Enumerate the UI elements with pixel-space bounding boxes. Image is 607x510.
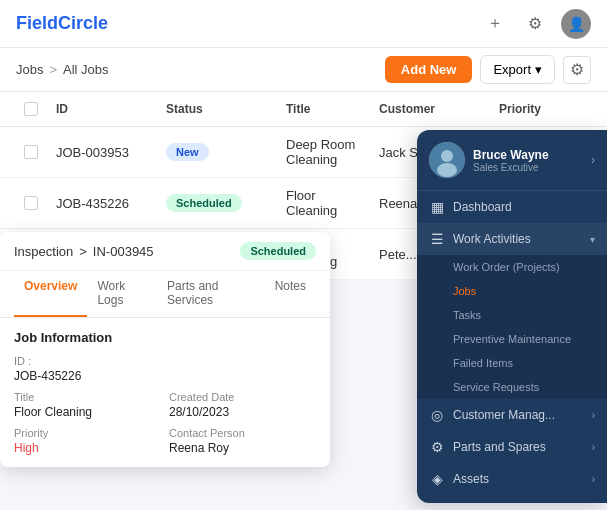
row-status: Scheduled [158,184,278,222]
row-title: Floor Cleaning [278,178,371,228]
nav-work-activities[interactable]: ☰ Work Activities ▾ [417,223,607,255]
job-id-field: ID : JOB-435226 [14,355,316,383]
customer-chevron-icon: › [592,410,595,421]
customer-icon: ◎ [429,407,445,423]
job-title-field: Title Floor Cleaning [14,391,161,419]
subnav-tasks[interactable]: Tasks [417,303,607,327]
inspection-card: Inspection > IN-003945 Scheduled Overvie… [0,232,330,467]
select-all-checkbox[interactable] [24,102,38,116]
inspection-label: Inspection [14,244,73,259]
tab-work-logs[interactable]: Work Logs [87,271,157,317]
inspection-header: Inspection > IN-003945 Scheduled [0,232,330,271]
job-id-label: ID : [14,355,316,367]
row-title: Deep Room Cleaning [278,127,371,177]
breadcrumb-sep: > [79,244,87,259]
contact-label: Contact Person [169,427,316,439]
settings-icon[interactable]: ⚙ [521,10,549,38]
app-header: FieldCircle ＋ ⚙ 👤 [0,0,607,48]
col-priority: Priority [491,92,591,126]
breadcrumb-sep: > [49,62,57,77]
col-status: Status [158,92,278,126]
job-info-title: Job Information [14,330,316,345]
toolbar: Jobs > All Jobs Add New Export ▾ ⚙ [0,48,607,92]
priority-label: Priority [14,427,161,439]
export-button[interactable]: Export ▾ [480,55,555,84]
assets-chevron-icon: › [592,474,595,485]
table-header: ID Status Title Customer Priority [0,92,607,127]
tab-overview[interactable]: Overview [14,271,87,317]
breadcrumb-all-jobs: All Jobs [63,62,109,77]
dashboard-icon: ▦ [429,199,445,215]
export-label: Export [493,62,531,77]
tab-parts-services[interactable]: Parts and Services [157,271,265,317]
subnav-jobs[interactable]: Jobs [417,279,607,303]
nav-work-activities-label: Work Activities [453,232,582,246]
col-id: ID [48,92,158,126]
table-settings-icon[interactable]: ⚙ [563,56,591,84]
breadcrumb: Jobs > All Jobs [16,62,377,77]
row-status: New [158,133,278,171]
user-profile[interactable]: Bruce Wayne Sales Excutive › [417,130,607,191]
work-activities-chevron-icon: ▾ [590,234,595,245]
assets-icon: ◈ [429,471,445,487]
svg-point-1 [441,150,453,162]
row-checkbox[interactable] [16,186,48,220]
job-id-value: JOB-435226 [14,369,316,383]
work-activities-icon: ☰ [429,231,445,247]
chevron-down-icon: ▾ [535,62,542,77]
user-role: Sales Excutive [473,162,583,173]
col-title: Title [278,92,371,126]
user-name: Bruce Wayne [473,148,583,162]
app-logo: FieldCircle [16,13,108,34]
inspection-body: Job Information ID : JOB-435226 Title Fl… [0,318,330,467]
inspection-id: IN-003945 [93,244,154,259]
nav-parts-label: Parts and Spares [453,440,584,454]
work-activities-submenu: Work Order (Projects) Jobs Tasks Prevent… [417,255,607,399]
created-date-value: 28/10/2023 [169,405,316,419]
nav-customer-management[interactable]: ◎ Customer Manag... › [417,399,607,431]
row-id: JOB-435226 [48,186,158,221]
user-avatar [429,142,465,178]
svg-point-2 [437,163,457,177]
col-customer: Customer [371,92,491,126]
col-checkbox [16,92,48,126]
add-icon[interactable]: ＋ [481,10,509,38]
subnav-failed-items[interactable]: Failed Items [417,351,607,375]
job-info-grid: ID : JOB-435226 Title Floor Cleaning Cre… [14,355,316,455]
nav-dashboard-label: Dashboard [453,200,595,214]
add-new-button[interactable]: Add New [385,56,473,83]
contact-value: Reena Roy [169,441,316,455]
subnav-work-order[interactable]: Work Order (Projects) [417,255,607,279]
job-title-label: Title [14,391,161,403]
nav-parts-spares[interactable]: ⚙ Parts and Spares › [417,431,607,463]
user-avatar[interactable]: 👤 [561,9,591,39]
user-chevron-icon: › [591,153,595,167]
inspection-status-badge: Scheduled [240,242,316,260]
nav-dashboard[interactable]: ▦ Dashboard [417,191,607,223]
priority-value: High [14,441,161,455]
user-info: Bruce Wayne Sales Excutive [473,148,583,173]
job-title-value: Floor Cleaning [14,405,161,419]
row-id: JOB-003953 [48,135,158,170]
parts-icon: ⚙ [429,439,445,455]
tab-notes[interactable]: Notes [265,271,316,317]
contact-field: Contact Person Reena Roy [169,427,316,455]
row-checkbox[interactable] [16,135,48,169]
created-date-field: Created Date 28/10/2023 [169,391,316,419]
created-date-label: Created Date [169,391,316,403]
nav-customer-label: Customer Manag... [453,408,584,422]
subnav-preventive-maintenance[interactable]: Preventive Maintenance [417,327,607,351]
nav-assets[interactable]: ◈ Assets › [417,463,607,495]
mobile-nav-panel: Bruce Wayne Sales Excutive › ▦ Dashboard… [417,130,607,503]
inspection-breadcrumb: Inspection > IN-003945 [14,244,232,259]
parts-chevron-icon: › [592,442,595,453]
inspection-tabs: Overview Work Logs Parts and Services No… [0,271,330,318]
subnav-service-requests[interactable]: Service Requests [417,375,607,399]
breadcrumb-jobs[interactable]: Jobs [16,62,43,77]
priority-field: Priority High [14,427,161,455]
nav-assets-label: Assets [453,472,584,486]
